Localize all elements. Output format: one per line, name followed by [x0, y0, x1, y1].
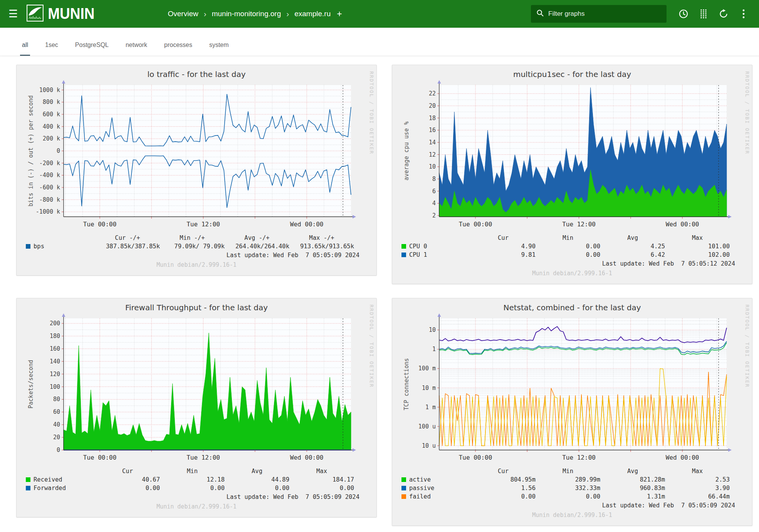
netstat-combined-chart: 101100 m10 m1 m100 u10 uTue 00:00Tue 12:…	[402, 313, 737, 464]
breadcrumb-group[interactable]: munin-monitoring.org	[212, 10, 281, 18]
svg-text:-400 k: -400 k	[39, 172, 60, 179]
svg-text:16: 16	[429, 127, 436, 134]
graph-image[interactable]: 101100 m10 m1 m100 u10 uTue 00:00Tue 12:…	[392, 313, 752, 465]
svg-text:Tue 12:00: Tue 12:00	[186, 221, 220, 228]
svg-text:18: 18	[429, 115, 436, 122]
graph-title: lo traffic - for the last day	[17, 70, 376, 79]
legend-header-cell: Max	[665, 234, 730, 242]
graph-image[interactable]: 1000 k800 k600 k400 k200 k0-200 k-400 k-…	[17, 80, 376, 232]
legend-value-cell: 821.28m	[600, 475, 665, 484]
svg-text:average cpu use %: average cpu use %	[403, 121, 410, 181]
panel-netstat-combined: Netstat, combined - for the last day 101…	[392, 298, 752, 526]
svg-text:140: 140	[50, 358, 60, 365]
svg-text:600 k: 600 k	[43, 111, 60, 118]
svg-text:8: 8	[432, 176, 436, 182]
search-input[interactable]	[548, 10, 661, 18]
legend-value-cell: 40.67	[95, 475, 160, 484]
legend-series-label: Received	[34, 475, 62, 484]
svg-text:4: 4	[432, 200, 436, 207]
legend-value-cell: 0.00	[289, 484, 354, 492]
legend-value-cell: 1.31m	[600, 492, 665, 501]
svg-text:20: 20	[429, 102, 436, 109]
svg-text:10: 10	[429, 163, 436, 170]
last-update-label: Last update: Wed Feb 7 05:05:09 2024	[392, 501, 752, 510]
legend-swatch	[401, 486, 406, 490]
legend-swatch	[401, 477, 406, 482]
svg-text:800 k: 800 k	[43, 99, 60, 105]
svg-text:-800 k: -800 k	[39, 196, 60, 203]
legend-value-cell: 101.00	[665, 242, 730, 251]
tab-network[interactable]: network	[124, 42, 149, 56]
svg-text:200 k: 200 k	[43, 135, 60, 142]
legend-value-cell: 0.00	[95, 484, 160, 492]
history-clock-button[interactable]	[678, 8, 689, 19]
graph-title: Firewall Throughput - for the last day	[17, 303, 376, 312]
svg-text:160: 160	[50, 345, 60, 352]
firewall-throughput-chart: 200180160140120100806040200Tue 00:00Tue …	[27, 313, 362, 464]
legend-row: Forwarded0.000.000.000.00	[26, 484, 376, 492]
refresh-button[interactable]	[718, 8, 729, 19]
legend-series-label: bps	[34, 242, 44, 251]
svg-text:14: 14	[429, 139, 436, 146]
graphs-grid: lo traffic - for the last day 1000 k800 …	[16, 65, 759, 526]
legend-swatch	[26, 244, 30, 249]
legend-value-cell: 0.00	[225, 484, 289, 492]
legend-swatch	[401, 253, 406, 257]
legend-row: passive1.56332.33m960.83m3.90	[401, 484, 752, 492]
svg-text:1: 1	[432, 346, 436, 353]
filter-graphs-searchbox[interactable]	[531, 5, 667, 23]
svg-text:Tue 12:00: Tue 12:00	[186, 454, 220, 461]
legend-value-cell: 12.18	[160, 475, 225, 484]
legend-header-cell: Cur -/+	[95, 234, 160, 242]
svg-text:Packets/second: Packets/second	[27, 360, 34, 408]
graph-image[interactable]: 200180160140120100806040200Tue 00:00Tue …	[17, 313, 376, 465]
tab-1sec[interactable]: 1sec	[43, 42, 60, 56]
munin-logo[interactable]: MUNIN	[26, 4, 94, 23]
tab-all[interactable]: all	[20, 42, 30, 56]
graph-image[interactable]: 222018161412108642Tue 00:00Tue 12:00Wed …	[392, 80, 752, 232]
last-update-label: Last update: Wed Feb 7 05:05:12 2024	[392, 259, 752, 268]
svg-text:Tue 12:00: Tue 12:00	[562, 221, 596, 228]
legend-swatch	[26, 477, 30, 482]
svg-text:Tue 12:00: Tue 12:00	[562, 454, 596, 461]
graph-legend: CurMinAvgMaxReceived40.6712.1844.89184.1…	[17, 467, 376, 492]
legend-value-cell: 0.00	[471, 492, 536, 501]
breadcrumb: Overview › munin-monitoring.org › exampl…	[168, 9, 342, 19]
breadcrumb-overview[interactable]: Overview	[168, 10, 198, 18]
legend-header-cell: Cur	[471, 467, 536, 475]
legend-value-cell: 0.00	[536, 492, 600, 501]
svg-text:400 k: 400 k	[43, 123, 60, 130]
svg-text:100 m: 100 m	[418, 365, 436, 372]
legend-value-cell: 1.56	[471, 484, 536, 492]
refresh-icon	[719, 9, 729, 19]
brand-title: MUNIN	[48, 5, 94, 22]
munin-version-label: Munin debian/2.999.16-1	[17, 502, 376, 512]
last-update-label: Last update: Wed Feb 7 05:05:09 2024	[17, 251, 376, 260]
legend-row: active804.95m289.99m821.28m2.53	[401, 475, 752, 484]
munin-version-label: Munin debian/2.999.16-1	[17, 260, 376, 270]
svg-text:100: 100	[50, 383, 60, 390]
legend-header-cell: Avg	[600, 234, 665, 242]
legend-value-cell: 264.40k/264.40k	[225, 242, 289, 251]
rrdtool-watermark: RRDTOOL / TOBI OETIKER	[744, 71, 750, 154]
overflow-menu-button[interactable]	[738, 8, 749, 19]
svg-text:10 m: 10 m	[422, 385, 436, 391]
legend-header-cell: Cur	[471, 234, 536, 242]
graph-legend: CurMinAvgMaxCPU 04.900.004.25101.00CPU 1…	[392, 234, 752, 259]
legend-row: CPU 04.900.004.25101.00	[401, 242, 752, 251]
svg-text:10: 10	[429, 326, 436, 333]
svg-text:Tue 00:00: Tue 00:00	[459, 454, 492, 461]
hamburger-menu-icon[interactable]: ☰	[8, 9, 18, 19]
svg-text:10 u: 10 u	[422, 442, 436, 449]
panel-lo-traffic: lo traffic - for the last day 1000 k800 …	[16, 65, 377, 276]
breadcrumb-node[interactable]: example.ru	[294, 10, 331, 18]
legend-value-cell: 9.81	[471, 251, 536, 259]
tab-system[interactable]: system	[207, 42, 231, 56]
add-button[interactable]: +	[337, 9, 342, 19]
svg-text:100 u: 100 u	[418, 423, 436, 430]
tab-processes[interactable]: processes	[162, 42, 194, 56]
svg-text:0: 0	[57, 447, 60, 453]
graph-size-button[interactable]	[698, 8, 709, 19]
tab-postgresql[interactable]: PostgreSQL	[73, 42, 111, 56]
legend-header-cell: Max	[289, 467, 354, 475]
